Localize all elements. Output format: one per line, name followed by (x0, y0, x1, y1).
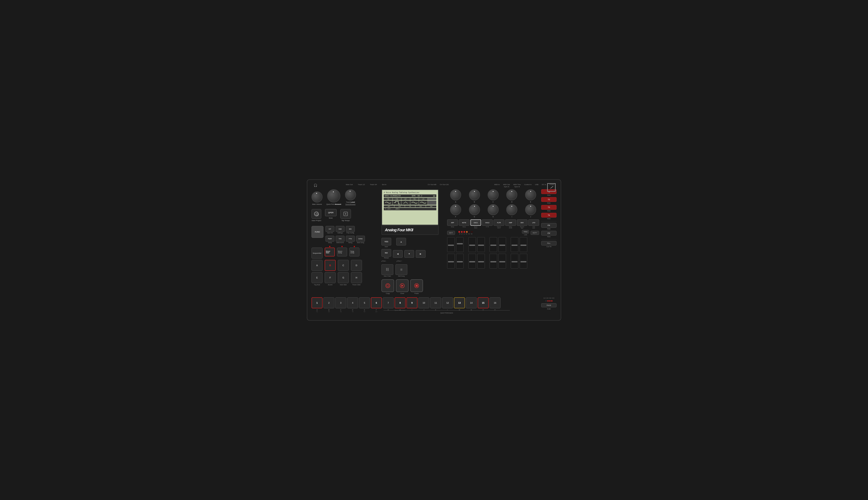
osc2-button[interactable]: OSC2 (482, 219, 493, 226)
slider-10[interactable] (456, 254, 464, 269)
quick-perf-knob[interactable] (327, 189, 340, 203)
step-key-4[interactable]: 4 (347, 297, 358, 308)
cv-button[interactable]: CV (541, 231, 556, 236)
seq-key-h[interactable]: H (351, 272, 362, 283)
perf-button[interactable]: PERF (325, 236, 334, 242)
step-key-6[interactable]: 6 (371, 297, 382, 308)
slider-8[interactable] (520, 237, 527, 252)
trns-button[interactable]: TRNS (522, 230, 529, 234)
encoder-i-knob[interactable] (506, 204, 517, 215)
lfo-button[interactable]: LFO (528, 219, 539, 226)
kit-button[interactable]: KIT (325, 226, 334, 232)
new-chain-button[interactable]: ⛓ (381, 264, 393, 275)
encoder-c-knob[interactable] (488, 189, 499, 200)
port-cv-cd: CV Out C/D (440, 184, 449, 186)
ptn-button[interactable]: PTN (346, 236, 355, 242)
slider-13[interactable] (490, 254, 497, 269)
encoder-d-knob[interactable] (506, 189, 517, 200)
arp-button[interactable]: ARP (447, 219, 458, 226)
page-button[interactable]: PAGE (541, 303, 556, 307)
step-key-8[interactable]: 8 (394, 297, 405, 308)
step-key-10[interactable]: 10 (418, 297, 429, 308)
seq-key-a[interactable]: A (312, 260, 323, 271)
amp-button[interactable]: AMP (505, 219, 516, 226)
slider-2[interactable] (456, 237, 464, 252)
step-key-5[interactable]: 5 (359, 297, 370, 308)
clear-button[interactable] (396, 279, 409, 292)
seq-key-f[interactable]: F (325, 272, 336, 283)
step-key-14[interactable]: 14 (466, 297, 477, 308)
step-key-13[interactable]: 13 (454, 297, 465, 308)
tap-tempo-button[interactable] (340, 209, 351, 219)
right-button[interactable]: ▶ (416, 250, 425, 258)
track-level-knob[interactable] (345, 189, 356, 200)
snd-button[interactable]: SND (336, 226, 345, 232)
up-button[interactable]: ▲ (396, 238, 406, 246)
env-button[interactable]: ENV (517, 219, 528, 226)
direct-jump-button[interactable]: Direct Jump (337, 248, 347, 257)
slider-16[interactable] (520, 254, 527, 269)
t3-button[interactable]: T3 (541, 205, 556, 210)
step-key-7[interactable]: 7 (383, 297, 394, 308)
yes-button[interactable]: YES (381, 238, 391, 246)
step-key-2[interactable]: 2 (323, 297, 334, 308)
sequential-button[interactable]: Sequential (312, 248, 323, 259)
seq-key-g[interactable]: G (338, 272, 349, 283)
save-project-button[interactable] (312, 209, 321, 219)
slider-14[interactable] (498, 254, 506, 269)
direct-start-button[interactable]: Direct Start (325, 248, 335, 257)
seq-key-d[interactable]: D (351, 260, 362, 271)
step-key-3[interactable]: 3 (335, 297, 346, 308)
t2-button[interactable]: T2 (541, 197, 556, 202)
encoder-e-knob[interactable] (525, 189, 536, 200)
step-key-12[interactable]: 12 (442, 297, 453, 308)
seq-key-b[interactable]: B (325, 260, 336, 271)
slider-1[interactable] (447, 237, 455, 252)
encoder-g-knob[interactable] (469, 204, 480, 215)
step-key-16[interactable]: 16 (490, 297, 501, 308)
edit-song-button[interactable]: ≡ (396, 264, 407, 275)
no-button[interactable]: NO (381, 249, 391, 257)
slider-7[interactable] (511, 237, 518, 252)
mix-button[interactable]: MIX (346, 226, 355, 232)
fx-button[interactable]: FX (541, 223, 556, 228)
slider-6[interactable] (498, 237, 506, 252)
slider-3[interactable] (468, 237, 476, 252)
trk-button[interactable]: TRK (336, 236, 345, 242)
encoder-f-knob[interactable] (450, 204, 461, 215)
fill-button[interactable]: FILL (541, 241, 556, 246)
fltr-button[interactable]: FLTR (493, 219, 504, 226)
encoder-b: B (466, 189, 483, 203)
paste-button[interactable] (410, 279, 423, 292)
qper-button[interactable]: QPER (325, 209, 336, 216)
step-key-1[interactable]: 1 (312, 297, 323, 308)
step-key-11[interactable]: 11 (430, 297, 441, 308)
song-button[interactable]: SONG (356, 236, 365, 242)
main-volume-knob[interactable] (312, 191, 323, 203)
encoder-b-knob[interactable] (469, 189, 480, 200)
down-button[interactable]: ▼ (404, 250, 414, 258)
slider-15[interactable] (511, 254, 518, 269)
step-key-9[interactable]: 9 (407, 297, 418, 308)
slider-9[interactable] (447, 254, 455, 269)
oct-minus-button[interactable]: OCT- (447, 231, 455, 235)
slider-5[interactable] (490, 237, 497, 252)
func-button[interactable]: FUNC (312, 226, 323, 238)
encoder-a-knob[interactable] (450, 189, 461, 200)
t4-button[interactable]: T4 (541, 213, 556, 217)
note-button[interactable]: NOTE (459, 219, 470, 226)
seq-key-c[interactable]: C (338, 260, 349, 271)
encoder-h-knob[interactable] (488, 204, 499, 215)
oct-plus-button[interactable]: OCT+ (531, 231, 539, 235)
osc1-button[interactable]: OSC1 (470, 219, 481, 226)
slider-12[interactable] (477, 254, 485, 269)
step-key-15[interactable]: 15 (478, 297, 489, 308)
encoder-j-knob[interactable] (525, 204, 536, 215)
slider-11[interactable] (468, 254, 476, 269)
left-button[interactable]: ◀ (393, 250, 403, 258)
temp-jump-button[interactable]: Temp Jump (349, 248, 359, 257)
copy-button[interactable] (381, 279, 394, 292)
port-midi-out: MIDI OutSync A (503, 184, 510, 188)
seq-key-e[interactable]: E (312, 272, 323, 283)
slider-4[interactable] (477, 237, 485, 252)
